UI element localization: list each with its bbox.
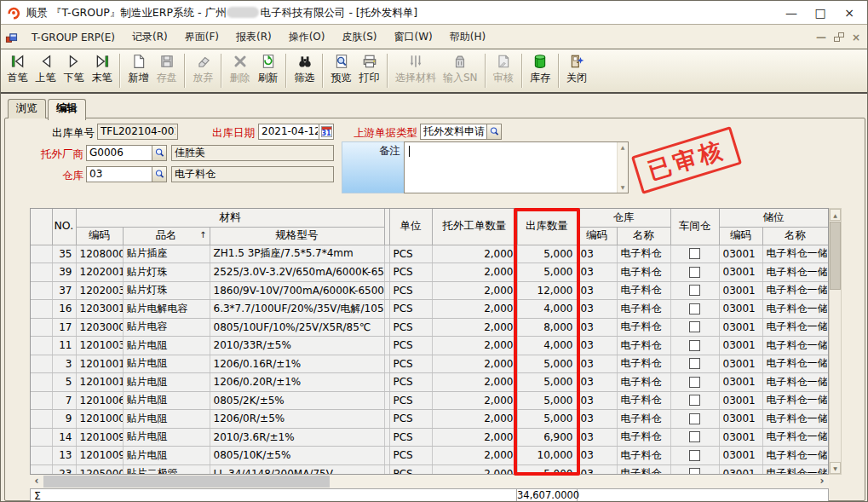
cell-code[interactable]: 12010012 bbox=[76, 373, 123, 392]
col-header-unit[interactable]: 单位 bbox=[389, 209, 432, 245]
mdi-minimize-button[interactable]: — bbox=[816, 32, 826, 43]
cell-loc_name[interactable]: 电子料仓一储 bbox=[762, 391, 828, 410]
scroll-up-icon[interactable]: ▲ bbox=[830, 209, 841, 221]
cell-order_qty[interactable]: 2,000 bbox=[432, 300, 517, 319]
cell-no[interactable]: 39 bbox=[52, 263, 76, 282]
col-header-wh-name[interactable]: 名称 bbox=[617, 227, 670, 245]
workshop-checkbox[interactable] bbox=[689, 340, 700, 351]
cell-wh_code[interactable]: 03 bbox=[577, 245, 617, 263]
cell-wh_name[interactable]: 电子料仓 bbox=[617, 281, 670, 300]
cell-code[interactable]: 12010063 bbox=[76, 391, 123, 410]
cell-loc_name[interactable]: 电子料仓一储 bbox=[762, 355, 828, 373]
cell-loc_code[interactable]: 03001 bbox=[719, 373, 762, 392]
workshop-checkbox[interactable] bbox=[689, 267, 700, 278]
cell-wh_name[interactable]: 电子料仓 bbox=[617, 355, 670, 373]
cell-wh_name[interactable]: 电子料仓 bbox=[617, 428, 670, 447]
cell-ind[interactable] bbox=[31, 464, 52, 475]
cell-workshop[interactable] bbox=[670, 281, 719, 300]
cell-ind[interactable] bbox=[31, 263, 52, 282]
cell-name[interactable]: 贴片电阻 bbox=[123, 410, 210, 429]
workshop-checkbox[interactable] bbox=[689, 431, 700, 442]
issue-date-field[interactable]: 2021-04-12 31 bbox=[258, 124, 334, 140]
grid-vertical-scrollbar[interactable]: ▲ ▼ bbox=[829, 208, 842, 475]
scroll-down-icon[interactable]: ▼ bbox=[618, 182, 628, 193]
menu-tgroup-erp[interactable]: T-GROUP ERP(E) bbox=[23, 29, 124, 46]
cell-order_qty[interactable]: 2,000 bbox=[432, 281, 517, 300]
cell-ind[interactable] bbox=[31, 245, 52, 263]
cell-wh_code[interactable]: 03 bbox=[577, 373, 617, 392]
btn-last[interactable]: 末笔 bbox=[88, 52, 116, 85]
cell-loc_code[interactable]: 03001 bbox=[719, 281, 762, 300]
cell-loc_code[interactable]: 03001 bbox=[719, 263, 762, 282]
vendor-code-field[interactable]: G0006 bbox=[86, 145, 167, 161]
cell-workshop[interactable] bbox=[670, 318, 719, 337]
cell-code[interactable]: 12050006 bbox=[76, 464, 123, 475]
workshop-checkbox[interactable] bbox=[689, 248, 700, 259]
warehouse-code-field[interactable]: 03 bbox=[86, 166, 167, 182]
cell-loc_code[interactable]: 03001 bbox=[719, 300, 762, 319]
cell-wh_code[interactable]: 03 bbox=[577, 410, 617, 429]
cell-issue_qty[interactable]: 12,000 bbox=[517, 281, 577, 300]
cell-code[interactable]: 12020016 bbox=[76, 263, 123, 282]
cell-loc_code[interactable]: 03001 bbox=[719, 318, 762, 337]
scroll-up-icon[interactable]: ▲ bbox=[618, 142, 628, 153]
cell-no[interactable]: 23 bbox=[52, 464, 76, 475]
cell-ind[interactable] bbox=[31, 410, 52, 429]
cell-spec[interactable]: 6.3*7.7/100UF/20%/35V/电解/105℃ bbox=[210, 300, 384, 319]
cell-unit[interactable]: PCS bbox=[389, 300, 432, 319]
cell-loc_name[interactable]: 电子料仓一储 bbox=[762, 337, 828, 355]
cell-name[interactable]: 贴片插座 bbox=[123, 245, 210, 263]
col-header-issue-qty[interactable]: 出库数量 bbox=[517, 209, 577, 245]
cell-unit[interactable]: PCS bbox=[389, 355, 432, 373]
cell-no[interactable]: 3 bbox=[52, 355, 76, 373]
btn-next[interactable]: 下笔 bbox=[60, 52, 88, 85]
cell-spec[interactable]: LL-34/4148/200MA/75V bbox=[210, 464, 384, 475]
grid-horizontal-scrollbar[interactable]: ‹ › bbox=[30, 475, 829, 488]
cell-no[interactable]: 16 bbox=[52, 300, 76, 319]
cell-spec[interactable]: 0805/10UF/10%/25V/X5R/85℃ bbox=[210, 318, 384, 337]
cell-no[interactable]: 17 bbox=[52, 318, 76, 337]
cell-code[interactable]: 12080003 bbox=[76, 245, 123, 263]
cell-workshop[interactable] bbox=[670, 300, 719, 319]
btn-prev[interactable]: 上笔 bbox=[32, 52, 60, 85]
cell-order_qty[interactable]: 2,000 bbox=[432, 373, 517, 392]
cell-no[interactable]: 9 bbox=[52, 410, 76, 429]
cell-unit[interactable]: PCS bbox=[389, 281, 432, 300]
calendar-button[interactable]: 31 bbox=[319, 124, 333, 139]
cell-wh_name[interactable]: 电子料仓 bbox=[617, 337, 670, 355]
col-header-workshop[interactable]: 车间仓 bbox=[670, 209, 719, 245]
cell-workshop[interactable] bbox=[670, 447, 719, 465]
cell-loc_code[interactable]: 03001 bbox=[719, 410, 762, 429]
scroll-right-icon[interactable]: › bbox=[815, 475, 829, 488]
cell-ind[interactable] bbox=[31, 337, 52, 355]
cell-unit[interactable]: PCS bbox=[389, 263, 432, 282]
cell-loc_code[interactable]: 03001 bbox=[719, 391, 762, 410]
warehouse-lookup-button[interactable] bbox=[152, 167, 166, 182]
menu-help[interactable]: 帮助(H) bbox=[441, 27, 494, 47]
cell-no[interactable]: 7 bbox=[52, 391, 76, 410]
remark-textarea[interactable]: ▲ ▼ bbox=[404, 141, 629, 193]
cell-issue_qty[interactable]: 5,000 bbox=[517, 373, 577, 392]
btn-filter[interactable]: 筛选 bbox=[290, 52, 319, 85]
cell-issue_qty[interactable]: 4,000 bbox=[517, 337, 577, 355]
col-header-loc-code[interactable]: 编码 bbox=[719, 227, 762, 245]
cell-name[interactable]: 贴片灯珠 bbox=[123, 281, 210, 300]
cell-wh_code[interactable]: 03 bbox=[577, 464, 617, 475]
cell-workshop[interactable] bbox=[670, 263, 719, 282]
upstream-lookup-button[interactable] bbox=[486, 124, 501, 139]
cell-workshop[interactable] bbox=[670, 391, 719, 410]
cell-code[interactable]: 12010010 bbox=[76, 355, 123, 373]
cell-ind[interactable] bbox=[31, 391, 52, 410]
workshop-checkbox[interactable] bbox=[689, 468, 700, 475]
btn-stock[interactable]: 库存 bbox=[526, 52, 555, 85]
cell-unit[interactable]: PCS bbox=[389, 245, 432, 263]
cell-order_qty[interactable]: 2,000 bbox=[432, 263, 517, 282]
workshop-checkbox[interactable] bbox=[689, 358, 700, 369]
cell-loc_name[interactable]: 电子料仓一储 bbox=[762, 263, 828, 282]
cell-ind[interactable] bbox=[31, 355, 52, 373]
cell-workshop[interactable] bbox=[670, 373, 719, 392]
cell-wh_code[interactable]: 03 bbox=[577, 355, 617, 373]
order-no-field[interactable]: TFL202104-0017 bbox=[97, 124, 178, 140]
cell-workshop[interactable] bbox=[670, 355, 719, 373]
cell-order_qty[interactable]: 2,000 bbox=[432, 391, 517, 410]
